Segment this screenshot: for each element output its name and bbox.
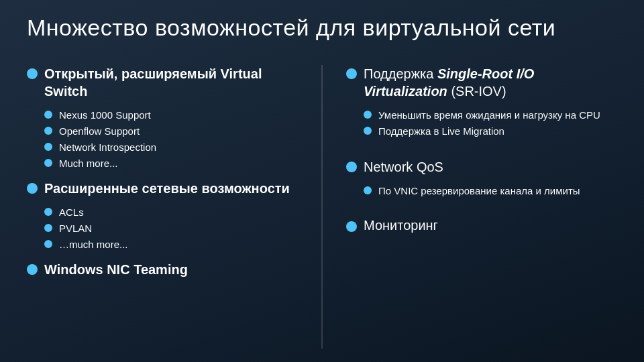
- sub-item-label: Network Introspection: [59, 140, 156, 154]
- left-column: Открытый, расширяемый Virtual Switch Nex…: [27, 65, 298, 349]
- title-bar: Множество возможностей для виртуальной с…: [0, 0, 644, 53]
- list-item: PVLAN: [44, 221, 298, 235]
- left-section1-title: Открытый, расширяемый Virtual Switch: [44, 65, 298, 100]
- bullet-icon-sub: [44, 127, 52, 135]
- gap: [346, 147, 617, 153]
- bullet-icon-main-2: [27, 183, 38, 194]
- slide: Множество возможностей для виртуальной с…: [0, 0, 644, 362]
- bullet-icon-sub: [364, 186, 372, 194]
- column-divider: [321, 65, 323, 349]
- bullet-icon-sub: [44, 159, 52, 167]
- right-section1-sublist: Уменьшить время ожидания и нагрузку на C…: [364, 108, 617, 138]
- list-item: Openflow Support: [44, 124, 298, 138]
- left-section3-title: Windows NIC Teaming: [44, 261, 188, 278]
- bullet-icon-sub: [364, 127, 372, 135]
- right-section2-sublist: По VNIC резервирование канала и лимиты: [364, 184, 617, 198]
- left-section2-sublist: ACLs PVLAN …much more...: [44, 205, 298, 251]
- right-section3-header: Мониторинг: [346, 218, 617, 233]
- bullet-icon-main-3: [27, 264, 38, 275]
- bullet-icon-main-1: [27, 68, 38, 79]
- list-item: ACLs: [44, 205, 298, 219]
- list-item: …much more...: [44, 237, 298, 251]
- right-column: Поддержка Single-Root I/O Virtualization…: [346, 65, 617, 349]
- list-item: Much more...: [44, 156, 298, 170]
- sub-item-label: …much more...: [59, 237, 128, 251]
- bullet-icon-sub: [44, 111, 52, 119]
- list-item: Поддержка в Live Migration: [364, 124, 617, 138]
- left-section2-title: Расширенные сетевые возможности: [44, 180, 290, 197]
- bullet-icon-main-r2: [346, 162, 357, 172]
- right-section1-title: Поддержка Single-Root I/O Virtualization…: [364, 65, 534, 100]
- content-area: Открытый, расширяемый Virtual Switch Nex…: [0, 53, 644, 362]
- sub-item-label: Nexus 1000 Support: [59, 108, 151, 122]
- left-section1-sublist: Nexus 1000 Support Openflow Support Netw…: [44, 108, 298, 170]
- bullet-icon-main-r1: [346, 68, 357, 79]
- slide-title: Множество возможностей для виртуальной с…: [27, 15, 617, 41]
- sub-item-label: PVLAN: [59, 221, 92, 235]
- right-section2-title: Network QoS: [364, 158, 443, 176]
- sub-item-label: Much more...: [59, 156, 118, 170]
- right-section3-title: Мониторинг: [364, 218, 438, 233]
- bullet-icon-sub: [364, 111, 372, 119]
- list-item: По VNIC резервирование канала и лимиты: [364, 184, 617, 198]
- sub-item-label: ACLs: [59, 205, 84, 219]
- gap: [346, 207, 617, 213]
- sriov-bold: Single-Root I/O: [437, 66, 534, 81]
- left-section1-header: Открытый, расширяемый Virtual Switch: [27, 65, 298, 100]
- sub-item-label: Openflow Support: [59, 124, 140, 138]
- sriov-paren: (SR-IOV): [451, 84, 506, 99]
- sub-item-label: По VNIC резервирование канала и лимиты: [378, 184, 580, 198]
- sub-item-label: Поддержка в Live Migration: [378, 124, 504, 138]
- right-section1-header: Поддержка Single-Root I/O Virtualization…: [346, 65, 617, 100]
- bullet-icon-main-r3: [346, 221, 357, 232]
- left-section3-header: Windows NIC Teaming: [27, 261, 298, 278]
- bullet-icon-sub: [44, 224, 52, 232]
- sub-item-label: Уменьшить время ожидания и нагрузку на C…: [378, 108, 600, 122]
- bullet-icon-sub: [44, 143, 52, 151]
- list-item: Network Introspection: [44, 140, 298, 154]
- left-section2-header: Расширенные сетевые возможности: [27, 180, 298, 197]
- bullet-icon-sub: [44, 208, 52, 216]
- right-section2-header: Network QoS: [346, 158, 617, 176]
- sriov-prefix: Поддержка: [364, 66, 437, 81]
- bullet-icon-sub: [44, 240, 52, 248]
- sriov-virt: Virtualization: [364, 84, 447, 99]
- list-item: Уменьшить время ожидания и нагрузку на C…: [364, 108, 617, 122]
- list-item: Nexus 1000 Support: [44, 108, 298, 122]
